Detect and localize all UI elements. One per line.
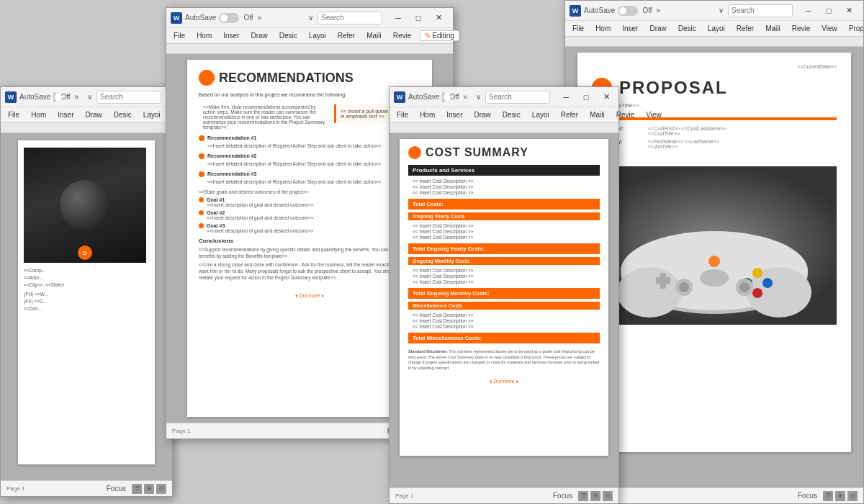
r2-revie[interactable]: Revie bbox=[390, 31, 415, 40]
r2-draw[interactable]: Draw bbox=[248, 31, 270, 40]
r4-file[interactable]: File bbox=[570, 24, 587, 33]
conclusions-1: <<Support recommendations by giving spec… bbox=[199, 246, 420, 259]
chevron-3[interactable]: » bbox=[464, 93, 468, 101]
autosave-label-1: AutoSave bbox=[19, 93, 50, 101]
ribbon-draw-1[interactable]: Draw bbox=[82, 110, 104, 120]
r4-layoi[interactable]: Layoi bbox=[705, 24, 728, 33]
r3-view[interactable]: View bbox=[643, 110, 665, 120]
status-bar-1: Page 1 Focus ☰ ⊞ ⊡ bbox=[1, 480, 172, 496]
chevron-1[interactable]: » bbox=[75, 93, 79, 101]
chevron-4[interactable]: » bbox=[657, 6, 661, 14]
minimize-btn-4[interactable]: ─ bbox=[798, 4, 819, 18]
doc-area-3: COST SUMMARY Products and Services << In… bbox=[390, 133, 618, 487]
r3-home[interactable]: Hom bbox=[417, 110, 438, 120]
r2-home[interactable]: Hom bbox=[194, 31, 215, 40]
r2-refer[interactable]: Refer bbox=[335, 31, 358, 40]
r2-file[interactable]: File bbox=[171, 31, 188, 40]
chevron-2[interactable]: » bbox=[258, 14, 262, 22]
r2-maili[interactable]: Maili bbox=[364, 31, 384, 40]
products-items: << Insert Cost Description >> << Insert … bbox=[408, 177, 600, 197]
r4-draw[interactable]: Draw bbox=[647, 24, 669, 33]
search-input-1[interactable] bbox=[96, 91, 161, 104]
r3-refer[interactable]: Refer bbox=[558, 110, 581, 120]
search-input-2[interactable] bbox=[318, 12, 382, 24]
ribbon-home-1[interactable]: Hom bbox=[28, 110, 49, 120]
autosave-toggle-3[interactable] bbox=[442, 92, 445, 102]
doc3-footer: ♦ Dunmore ♦ bbox=[408, 379, 600, 384]
title-bar-2: W AutoSave Off » ∨ ─ □ ✕ bbox=[166, 8, 453, 28]
autosave-toggle-2[interactable] bbox=[219, 13, 239, 23]
cost-item2: << Insert Cost Description >> bbox=[413, 184, 595, 189]
editing-btn-2[interactable]: ✎ Editing bbox=[420, 30, 459, 41]
view-icon-1c[interactable]: ⊡ bbox=[156, 484, 166, 494]
r4-revie[interactable]: Revie bbox=[789, 24, 814, 33]
doc2-title: RECOMMENDATIONS bbox=[199, 70, 420, 86]
r2-desic[interactable]: Desic bbox=[276, 31, 300, 40]
r4-desic[interactable]: Desic bbox=[675, 24, 699, 33]
expand-4[interactable]: ∨ bbox=[719, 6, 724, 14]
r4-maili[interactable]: Maili bbox=[762, 24, 783, 33]
view-icon-3b[interactable]: ⊞ bbox=[590, 491, 600, 501]
expand-2[interactable]: ∨ bbox=[308, 14, 313, 22]
page-number-1: Page 1 bbox=[6, 485, 24, 492]
goal2-icon bbox=[199, 210, 204, 215]
maximize-btn-2[interactable]: □ bbox=[408, 11, 428, 25]
svg-point-9 bbox=[752, 288, 762, 298]
svg-point-7 bbox=[752, 268, 762, 278]
expand-3[interactable]: ∨ bbox=[476, 93, 481, 101]
cost-item11: << Insert Cost Description >> bbox=[413, 318, 595, 323]
view-icon-4a[interactable]: ☰ bbox=[823, 491, 833, 501]
view-icon-3a[interactable]: ☰ bbox=[578, 491, 588, 501]
doc1-orange-icon: D bbox=[78, 246, 92, 260]
search-input-3[interactable] bbox=[485, 91, 550, 104]
focus-btn-1[interactable]: Focus bbox=[107, 485, 126, 492]
search-input-4[interactable] bbox=[728, 4, 793, 17]
ribbon-file-1[interactable]: File bbox=[5, 110, 22, 120]
autosave-knob-2 bbox=[220, 14, 228, 22]
ribbon-layoi-1[interactable]: Layoi bbox=[140, 110, 163, 120]
view-icon-3c[interactable]: ⊡ bbox=[603, 491, 613, 501]
autosave-toggle-1[interactable] bbox=[53, 92, 56, 102]
yearly-header: Ongoing Yearly Costs bbox=[408, 212, 600, 220]
r3-layoi[interactable]: Layoi bbox=[529, 110, 552, 120]
r2-layoi[interactable]: Layoi bbox=[306, 31, 329, 40]
close-btn-3[interactable]: ✕ bbox=[596, 90, 616, 104]
r3-file[interactable]: File bbox=[394, 110, 411, 120]
view-icon-1a[interactable]: ☰ bbox=[132, 484, 142, 494]
doc1-contact: (PH) <<W... (FX) <<C... <<Don... bbox=[24, 291, 149, 312]
expand-1[interactable]: ∨ bbox=[87, 93, 92, 101]
r3-revie[interactable]: Revie bbox=[613, 110, 638, 120]
ribbon-desic-1[interactable]: Desic bbox=[111, 110, 135, 120]
r3-maili[interactable]: Maili bbox=[587, 110, 608, 120]
focus-btn-3[interactable]: Focus bbox=[553, 492, 572, 500]
rec2-section: Recommendation #2 <<Insert detailed desc… bbox=[199, 153, 420, 167]
view-icon-4b[interactable]: ⊞ bbox=[835, 491, 845, 501]
r4-home[interactable]: Hom bbox=[593, 24, 613, 33]
maximize-btn-4[interactable]: □ bbox=[819, 4, 839, 18]
r4-insert[interactable]: Inser bbox=[619, 24, 641, 33]
view-icon-1b[interactable]: ⊞ bbox=[144, 484, 154, 494]
r4-refer[interactable]: Refer bbox=[734, 24, 757, 33]
maximize-btn-3[interactable]: □ bbox=[576, 90, 596, 104]
focus-btn-4[interactable]: Focus bbox=[798, 492, 817, 500]
goal3-icon bbox=[199, 223, 204, 228]
dunmore-logo-2: ♦ Dunmore ♦ bbox=[199, 293, 420, 298]
autosave-off-1: Off bbox=[60, 93, 70, 101]
r3-desic[interactable]: Desic bbox=[500, 110, 523, 120]
minimize-btn-3[interactable]: ─ bbox=[556, 90, 576, 104]
autosave-toggle-4[interactable] bbox=[618, 6, 638, 16]
close-btn-4[interactable]: ✕ bbox=[839, 4, 859, 18]
r3-draw[interactable]: Draw bbox=[471, 110, 493, 120]
total-yearly: Total Ongoing Yearly Costs: bbox=[408, 243, 600, 254]
cost-item12: << Insert Cost Description >> bbox=[413, 324, 595, 329]
r3-insert[interactable]: Inser bbox=[444, 110, 465, 120]
ribbon-insert-1[interactable]: Inser bbox=[55, 110, 76, 120]
close-btn-2[interactable]: ✕ bbox=[428, 11, 449, 25]
r2-insert[interactable]: Inser bbox=[220, 31, 242, 40]
minimize-btn-2[interactable]: ─ bbox=[388, 11, 408, 25]
view-icons-1: ☰ ⊞ ⊡ bbox=[132, 484, 166, 494]
autosave-off-4: Off bbox=[642, 6, 652, 14]
view-icon-4c[interactable]: ⊡ bbox=[847, 491, 858, 501]
r4-prop[interactable]: Prop bbox=[846, 24, 863, 33]
r4-view[interactable]: View bbox=[819, 24, 840, 33]
